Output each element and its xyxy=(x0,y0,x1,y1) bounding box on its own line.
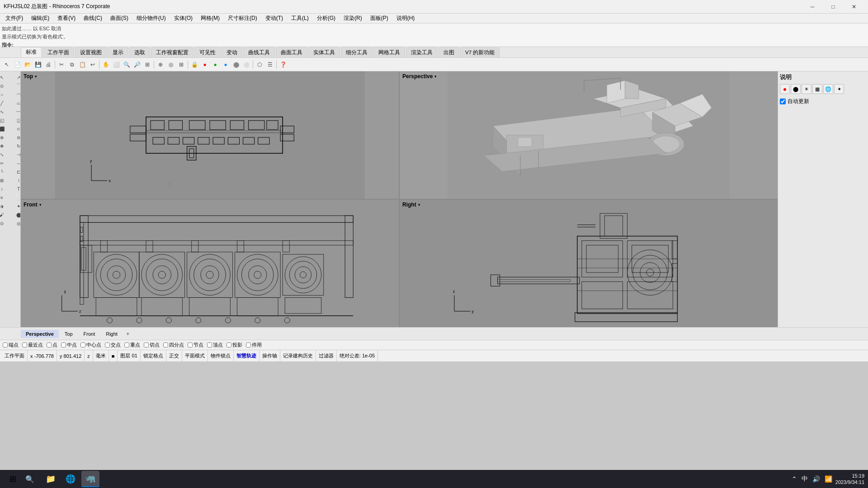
taskbar-search-button[interactable]: 🔍 xyxy=(22,471,38,487)
rp-material-icon[interactable]: ● xyxy=(780,84,790,94)
menu-item-l[interactable]: 工具(L) xyxy=(288,14,312,23)
toolbar-tab-10[interactable]: 实体工具 xyxy=(308,47,340,57)
grid-tool[interactable]: ⊞ xyxy=(0,176,10,184)
rp-sun-icon[interactable]: ☀ xyxy=(802,84,811,94)
menu-item-u[interactable]: 细分物件(U) xyxy=(133,14,170,23)
circle-tool[interactable]: ○ xyxy=(0,90,10,99)
toolbar-tab-1[interactable]: 工作平面 xyxy=(42,47,74,57)
menu-item-m[interactable]: 网格(M) xyxy=(197,14,223,23)
menu-item-v[interactable]: 查看(V) xyxy=(54,14,79,23)
line-tool[interactable]: ╱ xyxy=(0,99,10,107)
surface-loft[interactable]: ◱ xyxy=(0,116,10,124)
maximize-button[interactable]: □ xyxy=(823,0,844,14)
paste-icon[interactable]: 📋 xyxy=(77,60,87,70)
snap-toggle-icon[interactable]: ⊕ xyxy=(156,60,165,70)
minimize-button[interactable]: ─ xyxy=(802,0,823,14)
render-tool[interactable]: ✦ xyxy=(10,202,21,210)
polyline-tool[interactable]: ⌒ xyxy=(10,82,21,90)
viewport-perspective-arrow[interactable]: ▾ xyxy=(434,75,436,79)
viewport-tab-add[interactable]: + xyxy=(123,329,132,338)
menu-item-c[interactable]: 曲线(C) xyxy=(80,14,106,23)
menu-item-t[interactable]: 变动(T) xyxy=(262,14,287,23)
viewport-right-label[interactable]: Right ▾ xyxy=(402,202,420,208)
rp-effects-icon[interactable]: ✦ xyxy=(834,84,844,94)
snap-tool[interactable]: ⊙ xyxy=(0,219,10,227)
array-tool[interactable]: ⁞ xyxy=(10,176,21,184)
taskbar-app-rhino[interactable]: 🦏 xyxy=(81,471,99,487)
select-tool[interactable]: ↖ xyxy=(0,73,10,81)
hatch-tool[interactable]: ≡ xyxy=(0,193,10,202)
text-tool[interactable]: T xyxy=(10,185,21,193)
copy-icon[interactable]: ⧉ xyxy=(67,60,77,70)
start-button[interactable]: ⊞ xyxy=(4,471,22,487)
viewport-front[interactable]: Front ▾ z y xyxy=(21,200,399,327)
auto-update-label[interactable]: 自动更新 xyxy=(788,98,809,105)
viewport-front-label[interactable]: Front ▾ xyxy=(24,202,41,208)
undo-icon[interactable]: ↩ xyxy=(88,60,98,70)
toolbar-tab-8[interactable]: 曲线工具 xyxy=(243,47,275,57)
zoom-all-icon[interactable]: ⊞ xyxy=(142,60,152,70)
grid-snap-icon[interactable]: ⊞ xyxy=(176,60,186,70)
toolbar-tab-12[interactable]: 网格工具 xyxy=(373,47,405,57)
boolean-diff[interactable]: ⊖ xyxy=(10,133,21,141)
snap-checkbox-交点[interactable] xyxy=(105,343,110,347)
filter-btn[interactable]: 过滤器 xyxy=(316,350,337,361)
snap-checkbox-最近点[interactable] xyxy=(22,343,27,347)
taskbar-app-edge[interactable]: 🌐 xyxy=(61,471,80,487)
menu-item-g[interactable]: 分析(G) xyxy=(313,14,339,23)
toolbar-tab-14[interactable]: 出图 xyxy=(439,47,459,57)
color-icon[interactable]: ● xyxy=(210,60,220,70)
scale-tool[interactable]: ⤡ xyxy=(0,150,10,159)
render-icon[interactable]: ● xyxy=(221,60,231,70)
boolean-union[interactable]: ⊕ xyxy=(0,133,10,141)
zoom-out-icon[interactable]: 🔎 xyxy=(132,60,142,70)
extrude-tool[interactable]: ⬛ xyxy=(0,125,10,133)
cut-icon[interactable]: ✂ xyxy=(57,60,66,70)
help-icon[interactable]: ❓ xyxy=(278,60,288,70)
toolbar-tab-9[interactable]: 曲面工具 xyxy=(276,47,307,57)
history-btn[interactable]: 记录建构历史 xyxy=(280,350,316,361)
toolbar-tab-5[interactable]: 工作视窗配置 xyxy=(151,47,193,57)
snap-checkbox-点[interactable] xyxy=(47,343,52,347)
osnap-tool2[interactable]: ◎ xyxy=(10,219,21,227)
snap-checkbox-投影[interactable] xyxy=(226,343,231,347)
taskbar-app-explorer[interactable]: 📁 xyxy=(42,471,60,487)
toolbar-tab-15[interactable]: V7 的新功能 xyxy=(460,47,500,57)
toolbar-tab-7[interactable]: 变动 xyxy=(222,47,242,57)
viewport-perspective-label[interactable]: Perspective ▾ xyxy=(402,73,436,80)
toolbar-tab-6[interactable]: 可见性 xyxy=(194,47,221,57)
new-icon[interactable]: 📄 xyxy=(12,60,22,70)
save-icon[interactable]: 💾 xyxy=(33,60,43,70)
extend-tool[interactable]: ↔ xyxy=(10,159,21,167)
auto-update-checkbox[interactable] xyxy=(780,99,786,104)
rp-ground-icon[interactable]: ▦ xyxy=(812,84,822,94)
snap-checkbox-中心点[interactable] xyxy=(80,343,85,347)
menu-item-f[interactable]: 文件(F) xyxy=(2,14,27,23)
rect-tool[interactable]: ▭ xyxy=(10,99,21,107)
toolbar-tab-4[interactable]: 选取 xyxy=(129,47,150,57)
sphere-icon[interactable]: ⬤ xyxy=(231,60,241,70)
menu-item-h[interactable]: 说明(H) xyxy=(393,14,419,23)
toolbar-tab-2[interactable]: 设置视图 xyxy=(75,47,107,57)
zoom-window-icon[interactable]: ⬜ xyxy=(111,60,121,70)
toolbar-tab-13[interactable]: 渲染工具 xyxy=(406,47,438,57)
print-icon[interactable]: 🖨 xyxy=(43,60,53,70)
select-tool2[interactable]: ↗ xyxy=(10,73,21,81)
toolbar-tab-0[interactable]: 标准 xyxy=(21,47,42,57)
menu-item-e[interactable]: 编辑(E) xyxy=(28,14,53,23)
snap-checkbox-切点[interactable] xyxy=(144,343,149,347)
rp-env-icon[interactable]: 🌐 xyxy=(823,84,833,94)
group-tool[interactable]: ⬤ xyxy=(10,211,21,219)
surface-icon[interactable]: ⬤ xyxy=(241,60,251,70)
trim-tool[interactable]: ✂ xyxy=(0,159,10,167)
rotate-tool[interactable]: ↻ xyxy=(10,142,21,150)
lock-obj-btn[interactable]: 物件锁点 xyxy=(208,350,234,361)
snap-checkbox-停用[interactable] xyxy=(246,343,251,347)
lock-grid-btn[interactable]: 锁定格点 xyxy=(141,350,166,361)
pan-icon[interactable]: ✋ xyxy=(101,60,111,70)
freeform-tool[interactable]: 〰 xyxy=(10,108,21,116)
taskbar-clock[interactable]: 15:19 2023/9/34:11 xyxy=(835,473,864,486)
layer-icon2[interactable]: ☰ xyxy=(265,60,275,70)
toolbar-tab-11[interactable]: 细分工具 xyxy=(341,47,373,57)
viewport-top[interactable]: Top ▾ x y xyxy=(21,71,399,199)
